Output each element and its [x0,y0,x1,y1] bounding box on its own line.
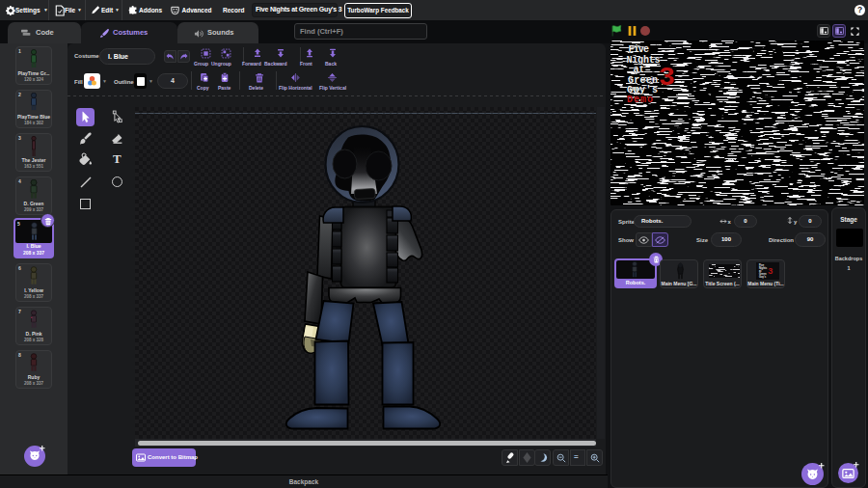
svg-text:Nights: Nights [627,55,661,66]
svg-text:Green: Green [628,75,658,86]
svg-text:Five: Five [629,44,650,55]
svg-text:3: 3 [768,267,773,277]
svg-text:3: 3 [659,63,675,93]
svg-text:Guy's: Guy's [759,275,767,279]
svg-text:at: at [634,65,645,75]
svg-text:Demo: Demo [627,95,653,105]
